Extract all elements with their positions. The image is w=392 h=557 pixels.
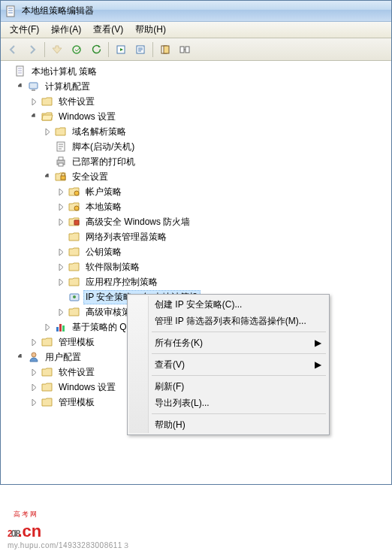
tree-label: 网络列表管理器策略 bbox=[83, 230, 169, 244]
tree-label: 软件设置 bbox=[56, 365, 97, 380]
tree-software-settings[interactable]: 软件设置 bbox=[28, 94, 391, 109]
action-menu-button[interactable] bbox=[68, 41, 86, 59]
svg-rect-14 bbox=[59, 163, 63, 166]
tree-label: 计算机配置 bbox=[43, 80, 92, 94]
expand-icon[interactable] bbox=[31, 338, 39, 347]
menu-help[interactable]: 帮助(H) bbox=[129, 22, 172, 38]
folder-icon bbox=[41, 95, 53, 107]
user-icon bbox=[28, 351, 40, 363]
back-button[interactable] bbox=[4, 41, 22, 59]
svg-rect-9 bbox=[29, 83, 38, 89]
help-button[interactable] bbox=[156, 41, 174, 59]
menu-view[interactable]: 查看(V)▶ bbox=[129, 356, 327, 373]
titlebar: 本地组策略编辑器 bbox=[1, 1, 391, 22]
expand-icon[interactable] bbox=[58, 308, 66, 316]
submenu-arrow-icon: ▶ bbox=[315, 359, 321, 370]
expand-icon[interactable] bbox=[44, 128, 53, 136]
collapse-icon[interactable] bbox=[17, 353, 26, 362]
submenu-arrow-icon: ▶ bbox=[315, 338, 321, 348]
chart-icon bbox=[55, 321, 67, 333]
expand-icon[interactable] bbox=[58, 278, 66, 286]
expand-icon[interactable] bbox=[31, 368, 39, 377]
tree-firewall[interactable]: 高级安全 Windows 防火墙 bbox=[55, 214, 391, 229]
expand-icon[interactable] bbox=[58, 218, 66, 226]
menu-all-tasks[interactable]: 所有任务(K)▶ bbox=[129, 335, 327, 351]
expand-icon[interactable] bbox=[58, 188, 66, 196]
tree-label: 高级安全 Windows 防火墙 bbox=[83, 215, 192, 229]
menu-item-label: 导出列表(L)... bbox=[155, 397, 210, 410]
folder-icon bbox=[68, 261, 80, 273]
menu-separator bbox=[152, 353, 326, 354]
menu-item-label: 所有任务(K) bbox=[155, 337, 203, 350]
collapse-icon[interactable] bbox=[31, 113, 39, 121]
tree-deployed-printers[interactable]: 已部署的打印机 bbox=[41, 154, 391, 169]
tree-label: 用户配置 bbox=[43, 350, 83, 365]
watermark-text: .cn bbox=[17, 522, 41, 540]
svg-rect-0 bbox=[7, 6, 14, 17]
computer-icon bbox=[28, 80, 40, 92]
tree-label: 帐户策略 bbox=[83, 185, 124, 199]
refresh-button[interactable] bbox=[87, 41, 105, 59]
watermark-tag: 高考网 bbox=[14, 510, 38, 519]
toolbar-separator bbox=[44, 42, 45, 57]
svg-rect-13 bbox=[59, 157, 63, 160]
tree-security-settings[interactable]: 安全设置 bbox=[41, 169, 391, 184]
menu-item-label: 管理 IP 筛选器列表和筛选器操作(M)... bbox=[155, 315, 306, 328]
folder-icon bbox=[68, 306, 80, 318]
folder-icon bbox=[41, 336, 53, 348]
tree-app-control[interactable]: 应用程序控制策略 bbox=[55, 274, 391, 289]
properties-button[interactable] bbox=[131, 41, 149, 59]
tree-dns-policy[interactable]: 域名解析策略 bbox=[41, 124, 391, 139]
tree-root[interactable]: 本地计算机 策略 bbox=[1, 64, 391, 79]
menu-file[interactable]: 文件(F) bbox=[4, 22, 45, 38]
up-button[interactable] bbox=[48, 41, 66, 59]
tree-label: 脚本(启动/关机) bbox=[70, 140, 137, 154]
window-title: 本地组策略编辑器 bbox=[22, 5, 94, 17]
find-button[interactable] bbox=[176, 41, 194, 59]
tree-local-policy[interactable]: 本地策略 bbox=[55, 199, 391, 214]
menu-item-label: 刷新(F) bbox=[155, 380, 184, 393]
menu-separator bbox=[152, 331, 326, 332]
expand-icon[interactable] bbox=[44, 323, 53, 331]
tree-account-policy[interactable]: 帐户策略 bbox=[55, 184, 391, 199]
menu-separator bbox=[152, 375, 326, 376]
svg-rect-15 bbox=[61, 176, 65, 180]
toolbar-separator bbox=[152, 42, 153, 57]
expand-icon[interactable] bbox=[31, 98, 39, 106]
tree-software-restriction[interactable]: 软件限制策略 bbox=[55, 259, 391, 274]
tree-label: 公钥策略 bbox=[83, 245, 124, 259]
collapse-icon[interactable] bbox=[17, 83, 26, 91]
expand-icon[interactable] bbox=[58, 263, 66, 271]
tree-label: 软件限制策略 bbox=[83, 260, 142, 274]
tree-windows-settings[interactable]: Windows 设置 bbox=[28, 109, 391, 124]
tree-scripts[interactable]: 脚本(启动/关机) bbox=[41, 139, 391, 154]
export-button[interactable] bbox=[112, 41, 130, 59]
app-icon bbox=[5, 5, 17, 17]
menu-help[interactable]: 帮助(H) bbox=[129, 416, 327, 433]
expand-icon[interactable] bbox=[58, 248, 66, 256]
menu-view[interactable]: 查看(V) bbox=[87, 22, 129, 38]
menu-separator bbox=[152, 413, 326, 414]
tree-public-key[interactable]: 公钥策略 bbox=[55, 244, 391, 259]
tree-computer-config[interactable]: 计算机配置 bbox=[14, 79, 391, 94]
forward-button[interactable] bbox=[23, 41, 41, 59]
expand-icon[interactable] bbox=[58, 203, 66, 211]
menu-manage-filters[interactable]: 管理 IP 筛选器列表和筛选器操作(M)... bbox=[129, 313, 327, 329]
folder-policy-icon bbox=[68, 201, 80, 213]
menu-create-ipsec[interactable]: 创建 IP 安全策略(C)... bbox=[129, 296, 327, 313]
menu-export-list[interactable]: 导出列表(L)... bbox=[129, 395, 327, 411]
svg-point-23 bbox=[32, 353, 36, 357]
menu-action[interactable]: 操作(A) bbox=[45, 22, 87, 38]
svg-rect-10 bbox=[32, 89, 35, 91]
expand-icon[interactable] bbox=[31, 383, 39, 392]
menu-refresh[interactable]: 刷新(F) bbox=[129, 378, 327, 395]
collapse-icon[interactable] bbox=[44, 173, 53, 181]
expand-icon[interactable] bbox=[4, 68, 12, 76]
svg-rect-20 bbox=[56, 327, 59, 331]
menubar: 文件(F) 操作(A) 查看(V) 帮助(H) bbox=[1, 22, 391, 38]
tree-network-list[interactable]: 网络列表管理器策略 bbox=[55, 229, 391, 244]
menu-item-label: 创建 IP 安全策略(C)... bbox=[155, 298, 242, 311]
folder-icon bbox=[55, 126, 67, 138]
expand-icon[interactable] bbox=[31, 398, 39, 407]
tree-label: 基于策略的 Q bbox=[70, 320, 129, 335]
